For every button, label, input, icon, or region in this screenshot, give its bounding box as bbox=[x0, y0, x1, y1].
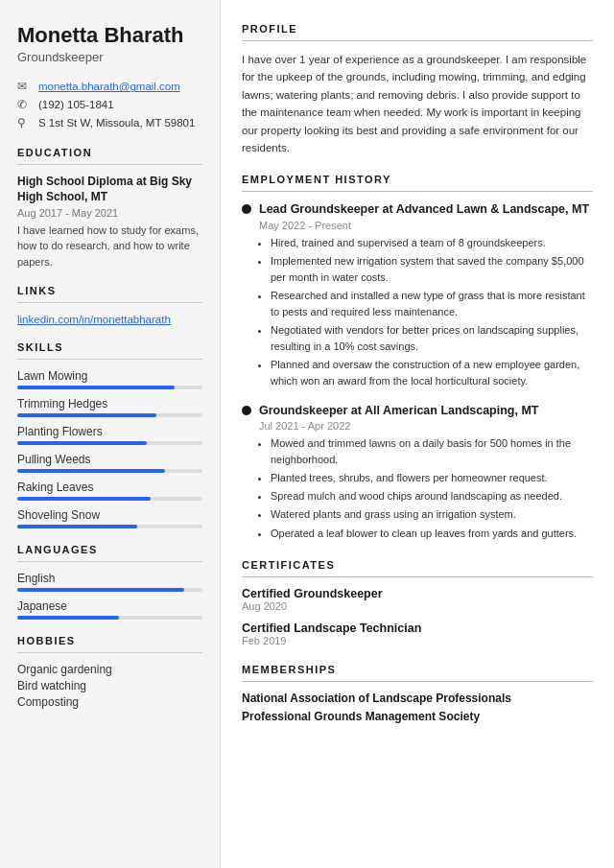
profile-divider bbox=[242, 40, 593, 41]
bullet-item: Planned and oversaw the construction of … bbox=[271, 357, 593, 389]
skill-bar-bg bbox=[17, 441, 202, 445]
skill-bar-fill bbox=[17, 497, 151, 501]
links-divider bbox=[17, 302, 202, 303]
linkedin-link[interactable]: linkedin.com/in/monettabharath bbox=[17, 314, 171, 325]
certificates-divider bbox=[242, 576, 593, 577]
skill-label: Shoveling Snow bbox=[17, 508, 202, 522]
memberships-section-title: MEMBERSHIPS bbox=[242, 664, 593, 675]
skill-label: Trimming Hedges bbox=[17, 397, 202, 411]
language-bar-fill bbox=[17, 616, 119, 620]
employment-section-title: EMPLOYMENT HISTORY bbox=[242, 174, 593, 185]
cert-date: Aug 2020 bbox=[242, 600, 593, 612]
skill-item: Shoveling Snow bbox=[17, 508, 202, 528]
skill-item: Lawn Mowing bbox=[17, 369, 202, 389]
cert-name: Certified Landscape Technician bbox=[242, 622, 593, 635]
skill-label: Pulling Weeds bbox=[17, 453, 202, 466]
edu-date: Aug 2017 - May 2021 bbox=[17, 207, 202, 219]
edu-degree: High School Diploma at Big Sky High Scho… bbox=[17, 175, 202, 204]
edu-description: I have learned how to study for exams, h… bbox=[17, 223, 202, 270]
job-date: May 2022 - Present bbox=[259, 220, 593, 231]
job-bullets: Mowed and trimmed lawns on a daily basis… bbox=[259, 435, 593, 541]
language-item: Japanese bbox=[17, 599, 202, 620]
contact-address: ⚲ S 1st St W, Missoula, MT 59801 bbox=[17, 116, 202, 129]
bullet-item: Spread mulch and wood chips around lands… bbox=[271, 488, 593, 504]
membership-item: National Association of Landscape Profes… bbox=[242, 692, 593, 705]
job-dot bbox=[242, 204, 251, 214]
job-header: Groundskeeper at All American Landscapin… bbox=[242, 403, 593, 418]
certificate-block: Certified Landscape Technician Feb 2019 bbox=[242, 622, 593, 646]
skill-item: Raking Leaves bbox=[17, 481, 202, 501]
contact-block: ✉ monetta.bharath@gmail.com ✆ (192) 105-… bbox=[17, 80, 202, 129]
main-content: PROFILE I have over 1 year of experience… bbox=[221, 0, 614, 868]
language-bar-bg bbox=[17, 616, 202, 620]
certificates-section-title: CERTIFICATES bbox=[242, 559, 593, 571]
skill-bar-bg bbox=[17, 469, 202, 473]
language-bar-fill bbox=[17, 588, 184, 592]
certificates-list: Certified Groundskeeper Aug 2020 Certifi… bbox=[242, 587, 593, 646]
skills-divider bbox=[17, 359, 202, 360]
hobby-item: Organic gardening bbox=[17, 663, 202, 676]
bullet-item: Watered plants and grass using an irriga… bbox=[271, 506, 593, 523]
candidate-name: Monetta Bharath bbox=[17, 23, 202, 48]
hobbies-section-title: HOBBIES bbox=[17, 635, 202, 646]
skill-bar-fill bbox=[17, 469, 165, 473]
skill-item: Planting Flowers bbox=[17, 425, 202, 445]
bullet-item: Implemented new irrigation system that s… bbox=[271, 253, 593, 286]
job-bullets: Hired, trained and supervised a team of … bbox=[259, 235, 593, 389]
education-divider bbox=[17, 164, 202, 165]
email-link[interactable]: monetta.bharath@gmail.com bbox=[38, 81, 180, 92]
education-section-title: EDUCATION bbox=[17, 147, 202, 158]
address-text: S 1st St W, Missoula, MT 59801 bbox=[38, 117, 195, 129]
hobbies-divider bbox=[17, 652, 202, 653]
certificate-block: Certified Groundskeeper Aug 2020 bbox=[242, 587, 593, 612]
job-block: Groundskeeper at All American Landscapin… bbox=[242, 403, 593, 542]
bullet-item: Negotiated with vendors for better price… bbox=[271, 322, 593, 355]
links-section-title: LINKS bbox=[17, 285, 202, 296]
skill-bar-fill bbox=[17, 525, 137, 528]
cert-name: Certified Groundskeeper bbox=[242, 587, 593, 600]
hobby-item: Bird watching bbox=[17, 679, 202, 692]
jobs-list: Lead Groundskeeper at Advanced Lawn & La… bbox=[242, 201, 593, 541]
contact-email: ✉ monetta.bharath@gmail.com bbox=[17, 80, 202, 93]
languages-section-title: LANGUAGES bbox=[17, 544, 202, 555]
phone-icon: ✆ bbox=[17, 98, 33, 111]
resume-container: Monetta Bharath Groundskeeper ✉ monetta.… bbox=[0, 0, 614, 868]
skill-bar-bg bbox=[17, 413, 202, 417]
skill-label: Raking Leaves bbox=[17, 481, 202, 494]
languages-divider bbox=[17, 561, 202, 562]
job-date: Jul 2021 - Apr 2022 bbox=[259, 420, 593, 432]
languages-list: English Japanese bbox=[17, 572, 202, 620]
profile-text: I have over 1 year of experience as a gr… bbox=[242, 51, 593, 156]
language-bar-bg bbox=[17, 588, 202, 592]
cert-date: Feb 2019 bbox=[242, 635, 593, 646]
memberships-list: National Association of Landscape Profes… bbox=[242, 692, 593, 723]
location-icon: ⚲ bbox=[17, 116, 33, 129]
job-block: Lead Groundskeeper at Advanced Lawn & La… bbox=[242, 201, 593, 389]
skill-bar-bg bbox=[17, 525, 202, 528]
skills-section-title: SKILLS bbox=[17, 341, 202, 353]
hobby-item: Composting bbox=[17, 695, 202, 709]
language-label: Japanese bbox=[17, 599, 202, 613]
hobbies-list: Organic gardeningBird watchingComposting bbox=[17, 663, 202, 709]
job-title: Groundskeeper at All American Landscapin… bbox=[259, 403, 539, 418]
skill-label: Planting Flowers bbox=[17, 425, 202, 438]
membership-item: Professional Grounds Management Society bbox=[242, 710, 593, 723]
bullet-item: Mowed and trimmed lawns on a daily basis… bbox=[271, 435, 593, 468]
skill-bar-fill bbox=[17, 386, 175, 389]
employment-divider bbox=[242, 191, 593, 192]
job-dot bbox=[242, 406, 251, 415]
skill-bar-bg bbox=[17, 386, 202, 389]
phone-number: (192) 105-1841 bbox=[38, 99, 114, 110]
profile-section-title: PROFILE bbox=[242, 23, 593, 35]
candidate-title: Groundskeeper bbox=[17, 50, 202, 64]
skill-bar-bg bbox=[17, 497, 202, 501]
language-item: English bbox=[17, 572, 202, 592]
bullet-item: Hired, trained and supervised a team of … bbox=[271, 235, 593, 251]
job-title: Lead Groundskeeper at Advanced Lawn & La… bbox=[259, 201, 589, 217]
job-header: Lead Groundskeeper at Advanced Lawn & La… bbox=[242, 201, 593, 217]
memberships-divider bbox=[242, 681, 593, 682]
language-label: English bbox=[17, 572, 202, 585]
skill-item: Pulling Weeds bbox=[17, 453, 202, 473]
skill-bar-fill bbox=[17, 413, 156, 417]
bullet-item: Operated a leaf blower to clean up leave… bbox=[271, 526, 593, 542]
